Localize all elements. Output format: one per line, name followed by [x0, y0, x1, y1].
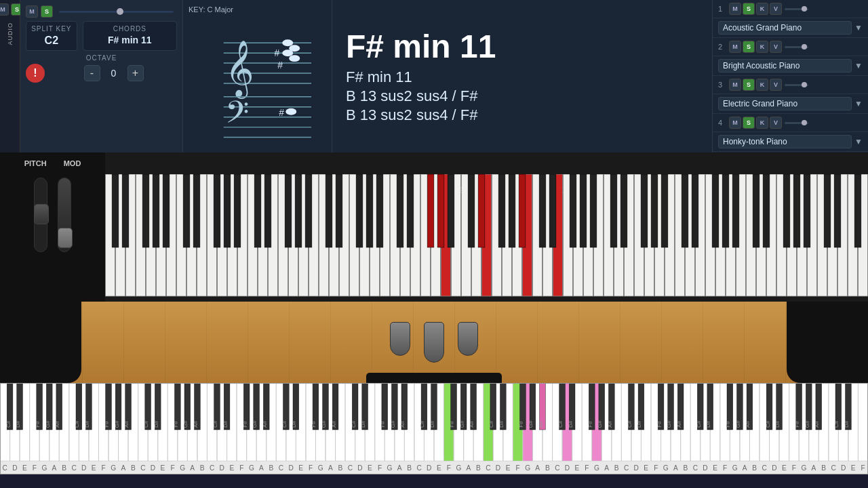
notation-svg: 𝄞 # # 𝄢 # [190, 9, 325, 144]
chords-box: CHORDS F# min 11 [83, 21, 177, 51]
inst2-v[interactable]: V [770, 41, 782, 53]
pedal-right [458, 322, 478, 356]
instrument-name-4[interactable]: Honky-tonk Piano [718, 135, 852, 148]
inst-num-3: 3 [718, 81, 726, 89]
inst3-k[interactable]: K [756, 79, 768, 91]
inst2-m[interactable]: M [729, 41, 741, 53]
instrument-name-2[interactable]: Bright Acoustic Piano [718, 59, 852, 73]
inst-num-1: 1 [718, 5, 726, 13]
instrument-row-1: 1 M S K V [713, 0, 868, 18]
notation-panel: KEY: C Major 𝄞 # # [183, 0, 332, 152]
chord-line-0: F# min 11 [346, 68, 698, 86]
inst4-v[interactable]: V [770, 117, 782, 129]
svg-point-8 [282, 49, 293, 56]
octave-minus-button[interactable]: - [84, 65, 100, 81]
inst-num-2: 2 [718, 43, 726, 51]
inst1-s[interactable]: S [743, 3, 755, 15]
key-indicator: KEY: C Major [189, 5, 233, 14]
inst1-arrow[interactable]: ▼ [854, 23, 863, 33]
pedal-center [424, 322, 444, 363]
audio-m-button[interactable]: M [0, 3, 9, 16]
inst3-v[interactable]: V [770, 79, 782, 91]
instrument-row-3: 3 M S K V [713, 76, 868, 94]
svg-point-9 [289, 55, 300, 62]
split-chords-panel: M S SPLIT KEY C2 CHORDS F# min 11 O [20, 0, 183, 152]
mini-keyboard-section [0, 383, 868, 474]
instrument-panel: 1 M S K V Acoustic Grand Piano ▼ 2 M S [712, 0, 868, 152]
inst3-m[interactable]: M [729, 79, 741, 91]
alert-icon[interactable]: ! [26, 64, 45, 83]
main-s-button[interactable]: S [41, 5, 53, 18]
inst2-s[interactable]: S [743, 41, 755, 53]
svg-text:#: # [279, 106, 284, 117]
split-key-box: SPLIT KEY C2 [26, 21, 77, 51]
mod-slider[interactable] [58, 178, 71, 252]
pitch-mod-panel: PITCH MOD [0, 152, 105, 302]
instrument-row-2: 2 M S K V [713, 38, 868, 56]
pedal-left [390, 322, 410, 356]
piano-section: PITCH MOD .wk { fill: #f0f0ee; stroke: # [0, 152, 868, 302]
inst1-v[interactable]: V [770, 3, 782, 15]
chord-line-2: B 13 sus2 sus4 / F# [346, 106, 698, 124]
inst4-arrow[interactable]: ▼ [854, 137, 863, 146]
split-key-label: SPLIT KEY [30, 25, 73, 33]
inst4-m[interactable]: M [729, 117, 741, 129]
instrument-name-row-3[interactable]: Electric Grand Piano ▼ [713, 94, 868, 114]
inst2-arrow[interactable]: ▼ [854, 61, 863, 70]
chords-value: F# min 11 [87, 35, 173, 45]
svg-point-6 [282, 39, 293, 46]
chord-display: F# min 11 F# min 11 B 13 sus2 sus4 / F# … [332, 0, 712, 152]
pitch-slider[interactable] [34, 178, 47, 252]
main-m-button[interactable]: M [26, 5, 38, 18]
instrument-row-4: 4 M S K V [713, 114, 868, 132]
instrument-name-row-1[interactable]: Acoustic Grand Piano ▼ [713, 18, 868, 38]
svg-text:#: # [274, 47, 279, 58]
octave-label: OCTAVE [26, 54, 177, 62]
inst1-m[interactable]: M [729, 3, 741, 15]
pitch-label: PITCH [24, 159, 47, 167]
chord-main: F# min 11 [346, 28, 698, 65]
instrument-name-row-2[interactable]: Bright Acoustic Piano ▼ [713, 56, 868, 76]
svg-text:𝄢: 𝄢 [225, 95, 249, 136]
chord-line-1: B 13 sus2 sus4 / F# [346, 87, 698, 105]
wood-section [0, 302, 868, 383]
chords-label: CHORDS [87, 25, 173, 33]
octave-plus-button[interactable]: + [127, 65, 144, 81]
pedal-group [390, 322, 478, 363]
octave-value: 0 [107, 68, 121, 79]
piano-keys-area: .wk { fill: #f0f0ee; stroke: #888; strok… [105, 152, 868, 302]
split-key-value: C2 [30, 35, 73, 47]
audio-label: AUDIO [7, 22, 14, 45]
inst3-arrow[interactable]: ▼ [854, 99, 863, 108]
inst4-s[interactable]: S [743, 117, 755, 129]
inst3-s[interactable]: S [743, 79, 755, 91]
mod-label: MOD [64, 159, 81, 167]
audio-panel: M S AUDIO [0, 0, 20, 152]
inst-num-4: 4 [718, 119, 726, 127]
svg-text:#: # [277, 60, 283, 70]
instrument-name-1[interactable]: Acoustic Grand Piano [718, 21, 852, 35]
instrument-name-row-4[interactable]: Honky-tonk Piano ▼ [713, 132, 868, 152]
inst2-k[interactable]: K [756, 41, 768, 53]
inst4-k[interactable]: K [756, 117, 768, 129]
svg-text:𝄞: 𝄞 [225, 40, 254, 98]
instrument-name-3[interactable]: Electric Grand Piano [718, 97, 852, 110]
svg-point-18 [285, 108, 296, 115]
inst1-k[interactable]: K [756, 3, 768, 15]
